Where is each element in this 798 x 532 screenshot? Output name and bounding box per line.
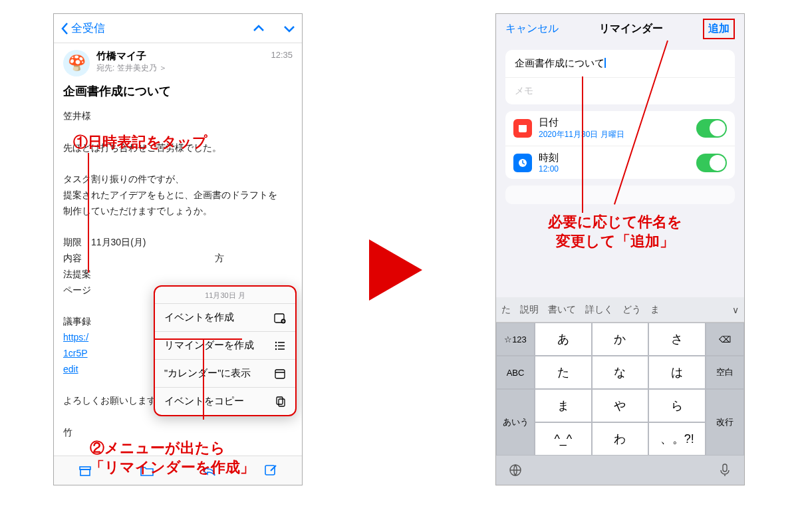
key-wa[interactable]: わ — [592, 422, 649, 456]
calendar-icon — [274, 368, 286, 380]
svg-point-4 — [275, 348, 277, 349]
mail-meta: 🍄 竹橋マイ子 宛先: 笠井美史乃 ＞ 12:35 — [54, 43, 302, 79]
key-ha[interactable]: は — [648, 356, 706, 389]
right-phone: キャンセル リマインダー 追加 企画書作成について メモ 日付 2020年11月… — [495, 13, 745, 485]
clock-icon — [513, 154, 532, 172]
time-row[interactable]: 時刻 12:00 — [505, 146, 735, 179]
page-title: リマインダー — [599, 22, 663, 36]
folder-icon[interactable] — [140, 464, 154, 478]
key-enter[interactable]: 改行 — [706, 389, 744, 456]
transition-arrow — [369, 239, 422, 301]
up-arrow-icon[interactable] — [253, 25, 265, 33]
reminder-title-input[interactable]: 企画書作成について — [505, 50, 735, 77]
mail-header: 全受信 — [54, 14, 302, 43]
key-abc[interactable]: ABC — [496, 356, 535, 389]
key-face[interactable]: ^_^ — [535, 422, 592, 456]
svg-rect-9 — [80, 469, 90, 475]
globe-icon[interactable] — [508, 463, 523, 477]
left-phone: 全受信 🍄 竹橋マイ子 宛先: 笠井美史乃 ＞ 12:35 企画書作成について … — [53, 13, 303, 485]
avatar[interactable]: 🍄 — [63, 50, 90, 76]
archive-icon[interactable] — [78, 464, 92, 478]
key-sa[interactable]: さ — [648, 323, 706, 356]
anno-line — [203, 340, 204, 420]
mail-toolbar — [54, 456, 302, 485]
key-ra[interactable]: ら — [648, 389, 706, 422]
cancel-button[interactable]: キャンセル — [505, 22, 559, 36]
keyboard: た 説明 書いて 詳しく どう ま ∨ ☆123 あ か さ ⌫ ABC た な… — [496, 297, 744, 485]
list-icon — [274, 340, 286, 352]
date-context-menu: 11月30日 月 イベントを作成 リマインダーを作成 "カレンダー"に表示 イベ… — [154, 285, 297, 416]
key-punct[interactable]: 、。?! — [648, 422, 706, 456]
title-card: 企画書作成について メモ — [505, 50, 735, 104]
key-space[interactable]: 空白 — [706, 356, 744, 389]
recipient[interactable]: 宛先: 笠井美史乃 ＞ — [96, 63, 167, 74]
calendar-plus-icon — [274, 312, 286, 324]
datetime-card: 日付 2020年11月30日 月曜日 時刻 12:00 — [505, 111, 735, 179]
menu-create-reminder[interactable]: リマインダーを作成 — [155, 331, 295, 359]
key-na[interactable]: な — [592, 356, 649, 389]
mic-icon[interactable] — [718, 463, 732, 477]
svg-rect-5 — [275, 370, 285, 378]
link[interactable]: 1cr5P — [63, 348, 88, 358]
menu-create-event[interactable]: イベントを作成 — [155, 303, 295, 331]
svg-rect-7 — [279, 399, 285, 406]
reminder-memo-input[interactable]: メモ — [505, 77, 735, 104]
anno-line — [582, 76, 583, 213]
key-ta[interactable]: た — [535, 356, 592, 389]
svg-rect-15 — [723, 464, 727, 471]
key-delete[interactable]: ⌫ — [706, 323, 744, 356]
mail-time: 12:35 — [271, 50, 293, 60]
back-button[interactable]: 全受信 — [61, 21, 105, 36]
key-aiu[interactable]: あいう — [496, 389, 535, 456]
link[interactable]: https:/ — [63, 332, 88, 342]
key-a[interactable]: あ — [535, 323, 592, 356]
svg-point-3 — [275, 344, 277, 346]
reminder-header: キャンセル リマインダー 追加 — [496, 14, 744, 43]
copy-icon — [274, 396, 286, 408]
svg-rect-10 — [265, 466, 275, 475]
anno-line — [155, 338, 242, 340]
key-ma[interactable]: ま — [535, 389, 592, 422]
menu-show-calendar[interactable]: "カレンダー"に表示 — [155, 359, 295, 387]
add-button[interactable]: 追加 — [703, 19, 735, 39]
down-arrow-icon[interactable] — [283, 25, 295, 33]
mail-subject: 企画書作成について — [54, 79, 302, 106]
suggestions-bar[interactable]: た 説明 書いて 詳しく どう ま ∨ — [496, 297, 744, 323]
calendar-icon — [513, 119, 532, 138]
menu-copy-event[interactable]: イベントをコピー — [155, 387, 295, 415]
key-num[interactable]: ☆123 — [496, 323, 535, 356]
svg-rect-12 — [519, 125, 527, 127]
link[interactable]: edit — [63, 364, 78, 374]
svg-point-2 — [275, 341, 277, 342]
date-row[interactable]: 日付 2020年11月30日 月曜日 — [505, 111, 735, 146]
reply-icon[interactable] — [201, 464, 216, 478]
time-toggle[interactable] — [696, 154, 727, 172]
key-ya[interactable]: や — [592, 389, 649, 422]
sender-name[interactable]: 竹橋マイ子 — [96, 50, 167, 63]
menu-date: 11月30日 月 — [155, 287, 295, 303]
compose-icon[interactable] — [263, 464, 278, 478]
deadline-date[interactable]: 11月30日(月) — [91, 237, 146, 247]
anno-line — [88, 153, 89, 273]
nav-arrows — [253, 25, 295, 33]
svg-rect-6 — [277, 397, 283, 404]
key-ka[interactable]: か — [592, 323, 649, 356]
date-toggle[interactable] — [696, 119, 727, 138]
